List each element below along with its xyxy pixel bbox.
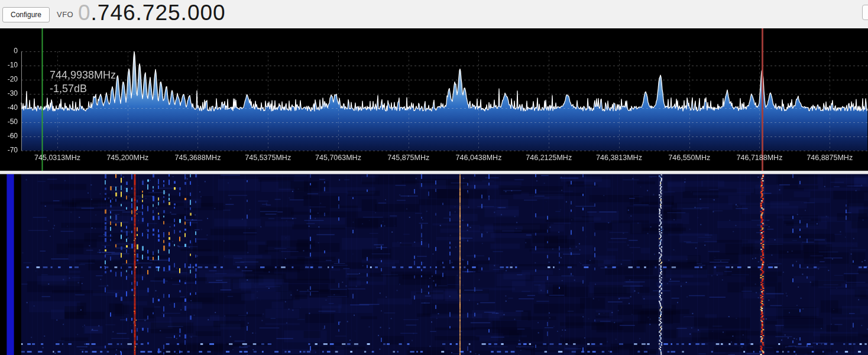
freq-tick-label: 746,0438MHz [443,154,514,162]
freq-tick-label: 745,875MHz [373,154,444,162]
db-tick-label: -70 [0,146,18,154]
spectrum-panel: 0-10-20-30-40-50-60-70 745,0313MHz745,20… [0,28,868,171]
db-tick-label: -30 [0,89,18,97]
freq-tick-label: 745,7063MHz [303,154,374,162]
sdr-console-window: { "toolbar": { "configure_label": "Confi… [0,0,868,355]
db-tick-label: -10 [0,61,18,69]
toolbar: Configure VFO 0.746.725.000 [0,0,868,28]
configure-button[interactable]: Configure [2,7,50,22]
freq-tick-label: 745,200MHz [92,154,163,162]
db-tick-label: -50 [0,118,18,126]
freq-tick-label: 745,5375MHz [232,154,303,162]
freq-tick-label: 746,550MHz [654,154,725,162]
freq-tick-label: 746,2125MHz [513,154,584,162]
panel-toggle-button[interactable] [862,5,868,20]
vfo-label: VFO [57,10,73,19]
waterfall-canvas[interactable] [0,174,868,355]
freq-tick-label: 746,3813MHz [584,154,655,162]
spectrum-canvas[interactable] [0,28,868,171]
db-tick-label: 0 [0,47,18,55]
db-tick-label: -20 [0,75,18,83]
db-tick-label: -60 [0,132,18,140]
frequency-display[interactable]: 0.746.725.000 [78,1,226,25]
freq-tick-label: 746,8875MHz [794,154,865,162]
frequency-leading-zero[interactable]: 0 [78,1,91,25]
db-tick-label: -40 [0,103,18,112]
freq-tick-label: 745,0313MHz [22,154,93,162]
freq-tick-label: 746,7188MHz [724,154,795,162]
freq-tick-label: 745,3688MHz [162,154,233,162]
frequency-digits[interactable]: .746.725.000 [91,1,226,25]
waterfall-panel [0,174,868,355]
